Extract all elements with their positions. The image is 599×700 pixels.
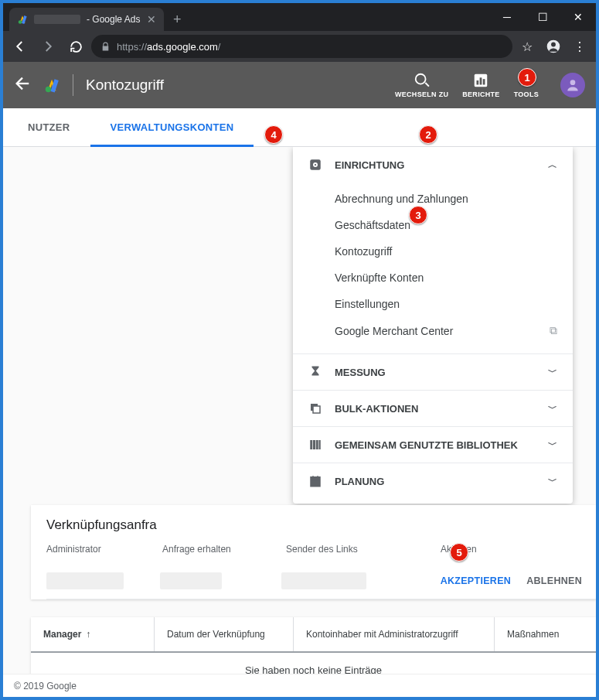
- browser-address-bar: https://ads.google.com/ ☆ ⋮: [3, 31, 596, 62]
- person-icon: [565, 77, 580, 93]
- menu-item-billing[interactable]: Abrechnung und Zahlungen: [335, 186, 573, 212]
- col-header-owner[interactable]: Kontoinhaber mit Administratorzugriff: [294, 617, 495, 651]
- url-text: https://ads.google.com/: [117, 41, 220, 53]
- svg-rect-20: [313, 440, 315, 449]
- accept-button[interactable]: AKZEPTIEREN: [433, 575, 519, 586]
- switch-to-button[interactable]: WECHSELN ZU: [395, 72, 448, 98]
- secondary-tabs: NUTZER VERWALTUNGSKONTEN: [3, 108, 596, 147]
- calendar-icon: [308, 474, 322, 488]
- page-title: Kontozugriff: [86, 77, 164, 94]
- google-ads-favicon: [17, 14, 28, 25]
- measurement-section-header[interactable]: MESSUNG ﹀: [293, 353, 573, 390]
- app-header: Kontozugriff WECHSELN ZU BERICHTE TOOLS: [3, 62, 596, 108]
- library-icon: [308, 438, 322, 452]
- url-input[interactable]: https://ads.google.com/: [91, 35, 512, 58]
- svg-point-13: [570, 80, 576, 85]
- svg-rect-10: [477, 80, 479, 85]
- external-link-icon: ⧉: [550, 324, 557, 337]
- link-request-row: AKZEPTIEREN ABLEHNEN: [46, 562, 596, 599]
- bulk-actions-section-header[interactable]: BULK-AKTIONEN ﹀: [293, 390, 573, 426]
- svg-rect-23: [311, 477, 320, 487]
- lock-icon: [100, 42, 111, 52]
- browser-titlebar: - Google Ads ✕ + ─ ☐ ✕: [3, 3, 596, 31]
- nav-back-button[interactable]: [8, 34, 32, 59]
- link-requests-card: Verknüpfungsanfra Administrator Anfrage …: [31, 505, 596, 599]
- sort-up-icon: ↑: [86, 629, 90, 640]
- profile-icon[interactable]: [542, 35, 565, 58]
- link-requests-title: Verknüpfungsanfra: [46, 517, 596, 533]
- col-header-received: Anfrage erhalten: [162, 544, 286, 555]
- page-footer: © 2019 Google: [3, 674, 596, 697]
- menu-item-business-data[interactable]: Geschäftsdaten: [335, 212, 573, 238]
- annotation-badge-2: 2: [419, 125, 437, 144]
- annotation-badge-5: 5: [450, 543, 468, 562]
- hourglass-icon: [308, 365, 322, 379]
- tab-users[interactable]: NUTZER: [8, 108, 90, 147]
- chrome-menu-icon[interactable]: ⋮: [568, 35, 591, 58]
- col-header-sender: Sender des Links: [286, 544, 441, 555]
- tab-title: - Google Ads: [87, 14, 140, 25]
- svg-point-7: [46, 87, 51, 92]
- shared-library-section-header[interactable]: GEMEINSAM GENUTZTE BIBLIOTHEK ﹀: [293, 426, 573, 463]
- svg-rect-21: [316, 440, 318, 449]
- annotation-badge-1: 1: [518, 68, 536, 87]
- svg-rect-19: [310, 440, 312, 449]
- redacted-text: [281, 572, 366, 589]
- menu-item-linked-accounts[interactable]: Verknüpfte Konten: [335, 265, 573, 291]
- window-maximize[interactable]: ☐: [525, 3, 560, 31]
- svg-rect-22: [319, 440, 321, 449]
- annotation-badge-4: 4: [264, 125, 283, 144]
- svg-rect-11: [480, 77, 482, 84]
- col-header-link-date[interactable]: Datum der Verknüpfung: [155, 617, 294, 651]
- bookmark-star-icon[interactable]: ☆: [516, 35, 539, 58]
- gear-icon: [308, 158, 322, 172]
- chevron-down-icon: ﹀: [548, 439, 557, 452]
- new-tab-button[interactable]: +: [164, 8, 191, 31]
- app-back-button[interactable]: [14, 75, 31, 96]
- svg-point-16: [315, 164, 316, 166]
- chevron-up-icon: ︿: [548, 159, 557, 172]
- svg-rect-12: [483, 79, 485, 84]
- menu-item-account-access[interactable]: Kontozugriff: [335, 238, 573, 265]
- redacted-text: [34, 15, 80, 24]
- google-ads-logo: [43, 77, 60, 94]
- redacted-text: [160, 572, 222, 589]
- annotation-badge-3: 3: [409, 206, 427, 224]
- chevron-down-icon: ﹀: [548, 366, 557, 379]
- col-header-manager[interactable]: Manager ↑: [31, 617, 155, 651]
- divider: [73, 74, 73, 96]
- redacted-text: [46, 572, 124, 589]
- nav-reload-button[interactable]: [63, 34, 88, 59]
- chevron-down-icon: ﹀: [548, 402, 557, 415]
- planning-section-header[interactable]: PLANUNG ﹀: [293, 463, 573, 499]
- search-icon: [414, 72, 431, 89]
- reports-button[interactable]: BERICHTE: [462, 72, 499, 98]
- col-header-admin: Administrator: [46, 544, 162, 555]
- bar-chart-icon: [472, 72, 489, 89]
- svg-point-1: [19, 20, 22, 24]
- window-close[interactable]: ✕: [560, 3, 596, 31]
- account-avatar[interactable]: [560, 73, 585, 97]
- window-minimize[interactable]: ─: [489, 3, 525, 31]
- decline-button[interactable]: ABLEHNEN: [519, 575, 590, 586]
- tab-management-accounts[interactable]: VERWALTUNGSKONTEN: [90, 108, 254, 147]
- svg-rect-18: [313, 406, 320, 413]
- chevron-down-icon: ﹀: [548, 475, 557, 488]
- col-header-measures[interactable]: Maßnahmen: [495, 617, 596, 651]
- svg-point-4: [551, 43, 556, 47]
- close-tab-icon[interactable]: ✕: [147, 13, 156, 26]
- main-content: EINRICHTUNG ︿ Abrechnung und Zahlungen G…: [3, 147, 596, 697]
- browser-tab[interactable]: - Google Ads ✕: [9, 8, 164, 31]
- menu-item-merchant-center[interactable]: Google Merchant Center⧉: [335, 317, 573, 344]
- tools-dropdown: EINRICHTUNG ︿ Abrechnung und Zahlungen G…: [293, 147, 573, 504]
- nav-forward-button: [36, 34, 60, 59]
- menu-item-settings[interactable]: Einstellungen: [335, 291, 573, 317]
- copy-icon: [308, 401, 322, 415]
- setup-section-header[interactable]: EINRICHTUNG ︿: [293, 147, 573, 183]
